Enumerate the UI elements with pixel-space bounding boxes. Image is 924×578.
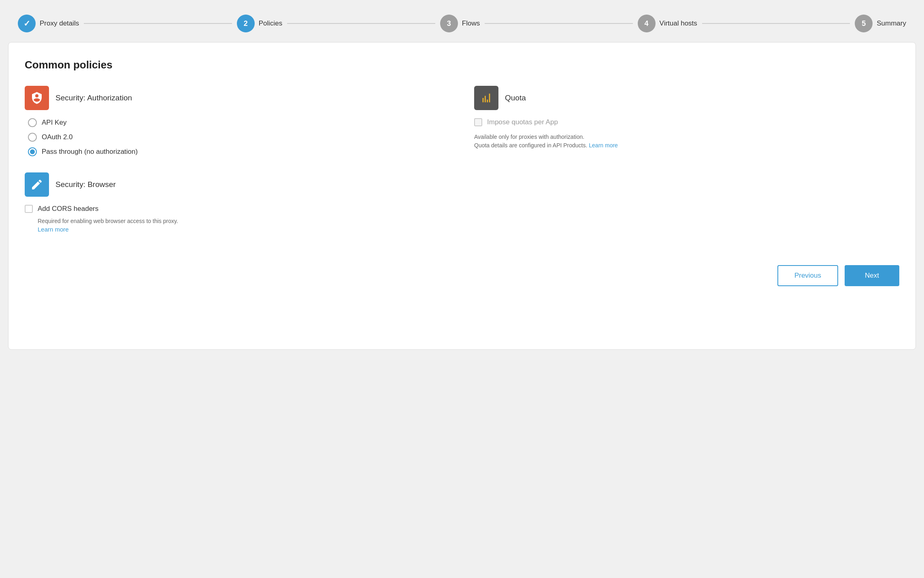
step-4-circle: 4 xyxy=(638,15,656,32)
step-1-circle: ✓ xyxy=(18,15,36,32)
security-authorization-header: Security: Authorization xyxy=(25,86,450,110)
security-browser-header: Security: Browser xyxy=(25,172,899,197)
quota-icon xyxy=(474,86,498,110)
step-2-label: Policies xyxy=(259,19,283,28)
connector-3 xyxy=(485,23,632,24)
step-5-number: 5 xyxy=(862,19,866,28)
quota-header: Quota xyxy=(474,86,899,110)
radio-api-key[interactable]: API Key xyxy=(28,118,450,127)
quota-checkbox-label: Impose quotas per App xyxy=(487,118,558,126)
page-title: Common policies xyxy=(25,59,899,71)
radio-pass-through-label: Pass through (no authorization) xyxy=(42,148,138,156)
step-4-label: Virtual hosts xyxy=(660,19,697,28)
step-virtual-hosts[interactable]: 4 Virtual hosts xyxy=(638,15,697,32)
connector-1 xyxy=(84,23,232,24)
cors-description: Required for enabling web browser access… xyxy=(25,218,899,224)
step-3-number: 3 xyxy=(447,19,451,28)
radio-pass-through-inner xyxy=(30,149,35,154)
security-browser-section: Security: Browser Add CORS headers Requi… xyxy=(25,172,899,233)
step-proxy-details[interactable]: ✓ Proxy details xyxy=(18,15,79,32)
step-5-circle: 5 xyxy=(855,15,873,32)
step-3-label: Flows xyxy=(462,19,480,28)
next-button[interactable]: Next xyxy=(845,265,899,286)
quota-learn-more-link[interactable]: Learn more xyxy=(589,142,618,149)
step-4-number: 4 xyxy=(645,19,649,28)
security-authorization-section: Security: Authorization API Key OAuth 2.… xyxy=(25,86,450,156)
policies-grid: Security: Authorization API Key OAuth 2.… xyxy=(25,86,899,156)
step-1-label: Proxy details xyxy=(40,19,79,28)
step-3-circle: 3 xyxy=(440,15,458,32)
cors-checkbox-label: Add CORS headers xyxy=(38,205,98,213)
step-flows[interactable]: 3 Flows xyxy=(440,15,480,32)
step-2-number: 2 xyxy=(244,19,248,28)
cors-checkbox[interactable] xyxy=(25,205,33,213)
step-summary[interactable]: 5 Summary xyxy=(855,15,906,32)
security-authorization-icon xyxy=(25,86,49,110)
quota-section: Quota Impose quotas per App Available on… xyxy=(474,86,899,156)
security-authorization-title: Security: Authorization xyxy=(55,94,132,102)
stepper: ✓ Proxy details 2 Policies 3 Flows 4 Vir… xyxy=(8,8,916,42)
radio-api-key-input[interactable] xyxy=(28,118,37,127)
radio-api-key-label: API Key xyxy=(42,119,66,127)
step-5-label: Summary xyxy=(877,19,906,28)
security-browser-icon xyxy=(25,172,49,197)
radio-oauth2[interactable]: OAuth 2.0 xyxy=(28,133,450,142)
radio-oauth2-input[interactable] xyxy=(28,133,37,142)
cors-learn-more-link[interactable]: Learn more xyxy=(25,226,899,233)
cors-checkbox-option[interactable]: Add CORS headers xyxy=(25,205,899,213)
quota-checkbox-option[interactable]: Impose quotas per App xyxy=(474,118,899,126)
connector-4 xyxy=(702,23,850,24)
quota-description: Available only for proxies with authoriz… xyxy=(474,133,899,150)
check-icon: ✓ xyxy=(23,19,30,28)
step-policies[interactable]: 2 Policies xyxy=(237,15,283,32)
authorization-radio-group: API Key OAuth 2.0 Pass through (no autho… xyxy=(25,118,450,156)
card-footer: Previous Next xyxy=(25,257,899,286)
step-2-circle: 2 xyxy=(237,15,255,32)
radio-oauth2-label: OAuth 2.0 xyxy=(42,133,73,141)
previous-button[interactable]: Previous xyxy=(777,265,838,286)
security-browser-title: Security: Browser xyxy=(55,180,116,189)
quota-desc-line1: Available only for proxies with authoriz… xyxy=(474,134,584,140)
quota-checkbox[interactable] xyxy=(474,118,482,126)
radio-pass-through-input[interactable] xyxy=(28,147,37,156)
radio-pass-through[interactable]: Pass through (no authorization) xyxy=(28,147,450,156)
connector-2 xyxy=(287,23,435,24)
quota-title: Quota xyxy=(505,94,526,102)
main-card: Common policies Security: Authorization … xyxy=(8,42,916,350)
quota-desc-line2: Quota details are configured in API Prod… xyxy=(474,142,587,149)
